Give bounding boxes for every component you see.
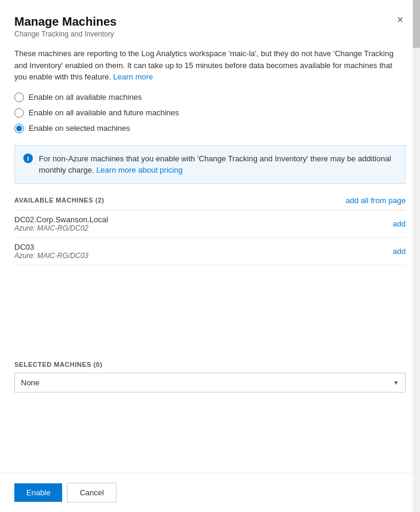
add-machine-dc03-link[interactable]: add <box>393 247 406 256</box>
learn-more-pricing-link[interactable]: Learn more about pricing <box>96 165 183 174</box>
available-machines-title: AVAILABLE MACHINES (2) <box>14 197 105 204</box>
dialog-header: Manage Machines Change Tracking and Inve… <box>0 0 420 38</box>
info-box: i For non-Azure machines that you enable… <box>14 145 406 184</box>
machines-list: DC02.Corp.Swanson.Local Azure: MAIC-RG/D… <box>14 210 406 265</box>
machine-info-dc03: DC03 Azure: MAIC-RG/DC03 <box>14 243 88 260</box>
radio-label-selected: Enable on selected machines <box>29 124 130 133</box>
table-row: DC03 Azure: MAIC-RG/DC03 add <box>14 238 406 265</box>
selected-machines-header: SELECTED MACHINES (0) <box>14 361 406 368</box>
radio-all-available[interactable] <box>14 93 24 102</box>
description-text: These machines are reporting to the Log … <box>14 48 406 83</box>
radio-group: Enable on all available machines Enable … <box>14 93 406 133</box>
selected-machines-dropdown[interactable]: None ▼ <box>14 373 406 393</box>
radio-selected[interactable] <box>14 124 24 133</box>
radio-all-future[interactable] <box>14 108 24 118</box>
scrollbar-thumb[interactable] <box>413 0 420 48</box>
dialog-content: These machines are reporting to the Log … <box>0 38 420 463</box>
machine-name-dc02: DC02.Corp.Swanson.Local <box>14 215 108 224</box>
selected-machines-title: SELECTED MACHINES (0) <box>14 361 102 368</box>
enable-button[interactable]: Enable <box>14 483 62 502</box>
add-machine-dc02-link[interactable]: add <box>393 219 406 228</box>
scrollbar-track <box>413 0 420 512</box>
radio-item-all-future[interactable]: Enable on all available and future machi… <box>14 108 406 118</box>
dialog-title: Manage Machines <box>14 14 117 29</box>
learn-more-link[interactable]: Learn more <box>114 72 153 81</box>
machine-name-dc03: DC03 <box>14 243 88 252</box>
machine-info-dc02: DC02.Corp.Swanson.Local Azure: MAIC-RG/D… <box>14 215 108 232</box>
dialog-footer: Enable Cancel <box>0 473 420 512</box>
header-text: Manage Machines Change Tracking and Inve… <box>14 14 117 38</box>
selected-dropdown-value: None <box>21 378 39 387</box>
info-box-text: For non-Azure machines that you enable w… <box>39 153 397 176</box>
content-spacer <box>14 280 406 351</box>
available-machines-header: AVAILABLE MACHINES (2) add all from page <box>14 196 406 205</box>
radio-item-selected[interactable]: Enable on selected machines <box>14 124 406 133</box>
chevron-down-icon: ▼ <box>393 379 399 386</box>
manage-machines-dialog: Manage Machines Change Tracking and Inve… <box>0 0 420 512</box>
radio-label-all-future: Enable on all available and future machi… <box>29 108 179 117</box>
dialog-subtitle: Change Tracking and Inventory <box>14 30 117 38</box>
radio-item-all-available[interactable]: Enable on all available machines <box>14 93 406 102</box>
cancel-button[interactable]: Cancel <box>67 483 116 502</box>
selected-machines-section: SELECTED MACHINES (0) None ▼ <box>14 361 406 393</box>
close-button[interactable]: × <box>394 14 406 25</box>
table-row: DC02.Corp.Swanson.Local Azure: MAIC-RG/D… <box>14 210 406 238</box>
machine-azure-dc02: Azure: MAIC-RG/DC02 <box>14 224 108 232</box>
available-machines-section: AVAILABLE MACHINES (2) add all from page… <box>14 196 406 265</box>
radio-label-all-available: Enable on all available machines <box>29 93 142 102</box>
add-all-from-page-link[interactable]: add all from page <box>346 196 406 205</box>
info-icon: i <box>23 154 33 163</box>
machine-azure-dc03: Azure: MAIC-RG/DC03 <box>14 252 88 260</box>
